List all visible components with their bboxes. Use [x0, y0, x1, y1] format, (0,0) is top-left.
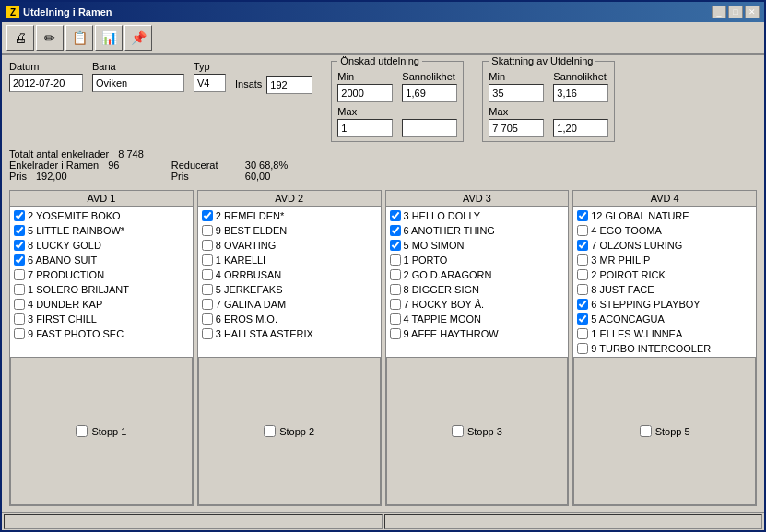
avd2-item-7-checkbox[interactable] [202, 313, 213, 325]
typ-label: Typ [194, 61, 226, 72]
edit-button[interactable]: ✏ [36, 25, 64, 51]
minimize-button[interactable]: _ [712, 6, 726, 18]
onskad-max-input[interactable] [337, 119, 393, 137]
avd4-item-2-checkbox[interactable] [577, 240, 588, 251]
skattning-san-input[interactable] [553, 84, 608, 102]
avd4-item-6-checkbox[interactable] [577, 299, 588, 310]
close-button[interactable]: ✕ [745, 6, 760, 18]
avd2-list: 2 REMELDEN*9 BEST ELDEN8 OVARTING1 KAREL… [198, 207, 381, 357]
avd3-item-1-checkbox[interactable] [390, 225, 401, 236]
avd2-item-5-checkbox[interactable] [202, 284, 213, 295]
list-item: 5 ACONCAGUA [577, 312, 752, 326]
list-item: 7 PRODUCTION [14, 267, 189, 282]
stopp2-item: Stopp 2 [198, 357, 381, 505]
list-item: 7 GALINA DAM [202, 297, 377, 312]
onskad-san-label: Sannolikhet [402, 71, 457, 82]
avd2-item-3-checkbox[interactable] [202, 254, 213, 266]
insats-input[interactable] [266, 76, 312, 94]
avd1-item-3-checkbox[interactable] [14, 254, 25, 266]
datum-input[interactable] [9, 74, 83, 92]
avd1-item-6-checkbox[interactable] [14, 299, 25, 310]
avd2-item-3-label: 1 KARELLI [216, 254, 265, 266]
avd1-item-2-checkbox[interactable] [14, 240, 25, 251]
avd4-item-8-label: 1 ELLES W.LINNEA [591, 328, 682, 339]
avd1-item-7-checkbox[interactable] [14, 313, 25, 325]
stopp2-checkbox[interactable] [264, 425, 276, 437]
list-item: 7 ROCKY BOY Å. [390, 297, 565, 312]
avd1-item-1-checkbox[interactable] [14, 225, 25, 236]
title-bar: Z Utdelning i Ramen _ □ ✕ [2, 2, 764, 22]
print-button[interactable]: 🖨 [6, 25, 34, 51]
info-left: Totalt antal enkelrader 8 748 Enkelrader… [9, 148, 144, 182]
avd1-item-0-checkbox[interactable] [14, 210, 25, 221]
stopp1-checkbox[interactable] [76, 425, 88, 437]
avd3-item-6-checkbox[interactable] [390, 299, 401, 310]
list-item: 6 EROS M.O. [202, 312, 377, 326]
bana-input[interactable] [92, 74, 184, 92]
datum-group: Datum [9, 61, 83, 92]
stopp4-checkbox[interactable] [640, 425, 652, 437]
avd2-item-2-checkbox[interactable] [202, 240, 213, 251]
avd2-item-8-checkbox[interactable] [202, 328, 213, 339]
avd3-item-3-checkbox[interactable] [390, 254, 401, 266]
skattning-min-input[interactable] [489, 84, 544, 102]
avd4-item-0-checkbox[interactable] [577, 210, 588, 221]
avd3-item-4-label: 2 GO D.ARAGORN [404, 269, 492, 280]
skattning-title: Skattning av Utdelning [489, 55, 595, 66]
avd4-item-3-label: 3 MR PHILIP [591, 254, 650, 266]
list-item: 9 BEST ELDEN [202, 223, 377, 238]
avd1-list: 2 YOSEMITE BOKO5 LITTLE RAINBOW*8 LUCKY … [10, 207, 193, 357]
avd2-item-6-checkbox[interactable] [202, 299, 213, 310]
avd4-item-9-checkbox[interactable] [577, 343, 588, 354]
avd4-item-5-checkbox[interactable] [577, 284, 588, 295]
stopp3-checkbox[interactable] [452, 425, 464, 437]
onskad-san-group: Sannolikhet [402, 71, 457, 137]
avd2-item-8-label: 3 HALLSTA ASTERIX [216, 328, 313, 339]
avd1-item-5-checkbox[interactable] [14, 284, 25, 295]
pin-button[interactable]: 📌 [124, 25, 152, 51]
avd3-item-0-checkbox[interactable] [390, 210, 401, 221]
toolbar: 🖨 ✏ 📋 📊 📌 [2, 22, 764, 55]
chart-button[interactable]: 📊 [95, 25, 123, 51]
avd3-item-2-checkbox[interactable] [390, 240, 401, 251]
avd4-item-1-checkbox[interactable] [577, 225, 588, 236]
avd2-item-0-checkbox[interactable] [202, 210, 213, 221]
avd3-box: AVD 3 3 HELLO DOLLY6 ANOTHER THING5 MO S… [385, 190, 570, 506]
pris-value: 192,00 [36, 171, 67, 182]
pris-label: Pris [9, 171, 27, 182]
avd4-item-7-checkbox[interactable] [577, 313, 588, 325]
avd4-item-3-checkbox[interactable] [577, 254, 588, 266]
skattning-fields: Min Max Sannolikhet [489, 71, 608, 137]
avd3-item-5-checkbox[interactable] [390, 284, 401, 295]
list-item: 4 DUNDER KAP [14, 297, 189, 312]
typ-input[interactable] [194, 74, 226, 92]
onskad-san-input[interactable] [402, 84, 457, 102]
onskad-max-san-input[interactable] [402, 119, 457, 137]
skattning-max-input[interactable] [489, 119, 544, 137]
avd4-item-2-label: 7 OLZONS LURING [591, 240, 682, 251]
list-item: 8 LUCKY GOLD [14, 238, 189, 253]
avd4-item-8-checkbox[interactable] [577, 328, 588, 339]
reducerat-value: 30 68,8% [245, 160, 288, 171]
avd3-item-4-checkbox[interactable] [390, 269, 401, 280]
avd1-item-6-label: 4 DUNDER KAP [28, 299, 102, 310]
avd1-item-4-checkbox[interactable] [14, 269, 25, 280]
list-item: 1 PORTO [390, 253, 565, 267]
avd1-item-4-label: 7 PRODUCTION [28, 269, 104, 280]
avd4-item-4-checkbox[interactable] [577, 269, 588, 280]
list-item: 4 TAPPIE MOON [390, 312, 565, 326]
skattning-max-san-input[interactable] [553, 119, 608, 137]
avd2-item-4-checkbox[interactable] [202, 269, 213, 280]
avd2-item-1-checkbox[interactable] [202, 225, 213, 236]
maximize-button[interactable]: □ [728, 6, 743, 18]
avd3-item-8-checkbox[interactable] [390, 328, 401, 339]
list-item: 12 GLOBAL NATURE [577, 208, 752, 223]
list-item: 3 FIRST CHILL [14, 312, 189, 326]
list-item: 6 ANOTHER THING [390, 223, 565, 238]
avd1-item-8-checkbox[interactable] [14, 328, 25, 339]
list-item: 2 GO D.ARAGORN [390, 267, 565, 282]
avd3-item-7-checkbox[interactable] [390, 313, 401, 325]
onskad-min-input[interactable] [337, 84, 393, 102]
insats-group: Insats [235, 61, 312, 94]
clipboard-button[interactable]: 📋 [65, 25, 93, 51]
